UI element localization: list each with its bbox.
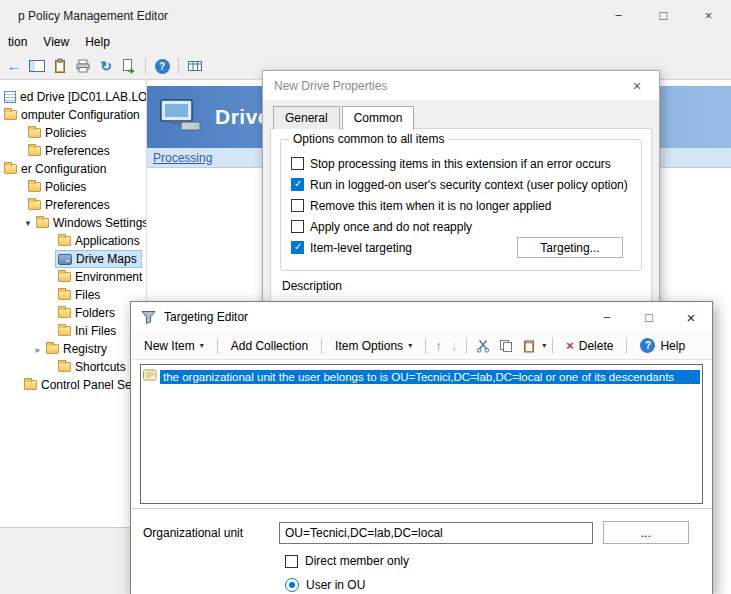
tree-item-preferences-computer[interactable]: Preferences — [0, 142, 146, 160]
tree-item-drive-maps[interactable]: Drive Maps — [0, 250, 146, 268]
tree-item-applications[interactable]: Applications — [0, 232, 146, 250]
tree-item-files[interactable]: Files — [0, 286, 146, 304]
tree-item-label: ed Drive [DC01.LAB.LOCA — [20, 90, 146, 104]
tree-item-preferences-user[interactable]: Preferences — [0, 196, 146, 214]
checkbox-item-level-targeting[interactable] — [291, 241, 304, 254]
tree-item-user-configuration[interactable]: er Configuration — [0, 160, 146, 178]
tab-common[interactable]: Common — [342, 106, 415, 130]
chevron-down-icon[interactable]: ▾ — [542, 341, 546, 350]
new-drive-properties-dialog: New Drive Properties × General Common Op… — [262, 70, 660, 312]
tree-item-root[interactable]: ed Drive [DC01.LAB.LOCA — [0, 88, 146, 106]
export-list-icon[interactable] — [119, 56, 139, 76]
move-up-icon[interactable]: ↑ — [432, 338, 445, 353]
dialog-title: Targeting Editor — [164, 310, 248, 324]
print-icon[interactable] — [73, 56, 93, 76]
menu-help[interactable]: Help — [77, 32, 118, 52]
checkbox-remove-when-not-applied[interactable] — [291, 199, 304, 212]
console-tree-pane: ed Drive [DC01.LAB.LOCA omputer Configur… — [0, 80, 146, 594]
item-options-button[interactable]: Item Options ▾ — [328, 336, 419, 356]
tree-item-environment[interactable]: Environment — [0, 268, 146, 286]
console-tree-icon[interactable] — [27, 56, 47, 76]
tree-item-folders[interactable]: Folders — [0, 304, 146, 322]
processing-link[interactable]: Processing — [153, 151, 212, 165]
move-down-icon[interactable]: ↓ — [448, 338, 461, 353]
minimize-button[interactable]: − — [596, 0, 641, 31]
tree-item-label: Preferences — [45, 198, 110, 212]
copy-icon[interactable] — [496, 336, 516, 356]
back-icon[interactable]: ← — [4, 56, 24, 76]
folder-icon — [36, 218, 49, 228]
menu-view[interactable]: View — [35, 32, 77, 52]
tree-item-ini-files[interactable]: Ini Files — [0, 322, 146, 340]
delete-button[interactable]: × Delete — [559, 335, 620, 356]
chevron-down-icon: ▾ — [200, 341, 204, 350]
targeting-item-row[interactable]: the organizational unit the user belongs… — [143, 368, 700, 385]
maximize-button[interactable]: □ — [641, 0, 686, 31]
toolbar-separator — [217, 338, 218, 354]
checkbox-stop-processing[interactable] — [291, 157, 304, 170]
options-group-title: Options common to all items — [289, 132, 448, 146]
targeting-button[interactable]: Targeting... — [517, 237, 623, 258]
window-title: p Policy Management Editor — [0, 9, 168, 23]
checkbox-run-in-user-context[interactable] — [291, 178, 304, 191]
minimize-button[interactable]: − — [586, 302, 628, 332]
organizational-unit-label: Organizational unit — [143, 526, 279, 540]
user-in-ou-label: User in OU — [306, 578, 365, 592]
radio-user-in-ou[interactable] — [285, 578, 299, 592]
window-controls: − □ × — [596, 0, 731, 31]
targeting-toolbar: New Item ▾ Add Collection Item Options ▾… — [131, 332, 712, 360]
option-label: Apply once and do not reapply — [310, 220, 472, 234]
tree-item-policies-user[interactable]: Policies — [0, 178, 146, 196]
options-group: Options common to all items Stop process… — [280, 139, 642, 271]
expander-open-icon[interactable]: ▾ — [22, 218, 34, 228]
tree-item-control-panel[interactable]: Control Panel Sett — [0, 376, 146, 394]
item-detail-panel: Organizational unit ... Direct member on… — [131, 508, 712, 594]
option-row: Run in logged-on user's security context… — [281, 174, 641, 195]
refresh-icon[interactable]: ↻ — [96, 56, 116, 76]
delete-label: Delete — [579, 339, 614, 353]
organizational-unit-input[interactable] — [279, 522, 593, 544]
checkbox-direct-member-only[interactable] — [285, 555, 298, 568]
close-button[interactable]: × — [670, 302, 712, 332]
tree-item-label: Policies — [45, 126, 86, 140]
tree-item-windows-settings[interactable]: ▾ Windows Settings — [0, 214, 146, 232]
tree-item-computer-configuration[interactable]: omputer Configuration — [0, 106, 146, 124]
toolbar-separator — [466, 338, 467, 354]
tree-item-label: Windows Settings — [53, 216, 146, 230]
paste-icon[interactable] — [519, 336, 539, 356]
dialog-close-button[interactable]: × — [615, 71, 659, 100]
option-row: Apply once and do not reapply — [281, 216, 641, 237]
description-label: Description — [282, 279, 342, 293]
tree-item-label: Files — [75, 288, 100, 302]
toolbar-separator — [552, 338, 553, 354]
tab-general[interactable]: General — [273, 106, 340, 129]
tree-item-shortcuts[interactable]: Shortcuts — [0, 358, 146, 376]
browse-button[interactable]: ... — [603, 521, 689, 544]
clipboard-icon[interactable] — [50, 56, 70, 76]
help-icon[interactable]: ? — [152, 56, 172, 76]
checkbox-apply-once[interactable] — [291, 220, 304, 233]
ini-files-icon — [58, 326, 71, 336]
new-item-button[interactable]: New Item ▾ — [137, 336, 211, 356]
tree-item-label: Preferences — [45, 144, 110, 158]
cut-icon[interactable] — [473, 336, 493, 356]
dialog-title: New Drive Properties — [263, 79, 387, 93]
folder-icon — [28, 128, 41, 138]
tree-item-policies-computer[interactable]: Policies — [0, 124, 146, 142]
control-panel-icon — [24, 380, 37, 390]
tree-item-label: Applications — [75, 234, 140, 248]
computer-configuration-icon — [4, 110, 17, 120]
columns-icon[interactable] — [185, 56, 205, 76]
menu-action[interactable]: tion — [0, 32, 35, 52]
expander-closed-icon[interactable]: ▸ — [32, 344, 44, 355]
help-icon: ? — [640, 338, 655, 353]
toolbar-separator — [425, 338, 426, 354]
add-collection-button[interactable]: Add Collection — [224, 336, 315, 356]
maximize-button[interactable]: □ — [628, 302, 670, 332]
help-button[interactable]: ? Help — [633, 335, 692, 356]
tree-item-label: Drive Maps — [76, 252, 137, 266]
ou-item-icon — [143, 368, 157, 385]
close-button[interactable]: × — [686, 0, 731, 31]
tree-item-registry[interactable]: ▸ Registry — [0, 340, 146, 358]
folder-icon — [28, 200, 41, 210]
